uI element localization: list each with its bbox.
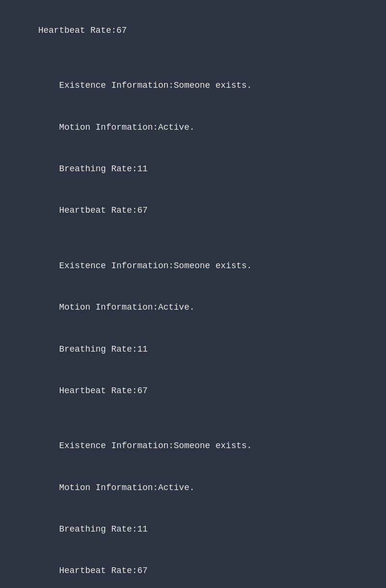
breathing-value-0: 11 [137, 164, 148, 174]
existence-value-1: Someone exists. [174, 261, 252, 271]
heartbeat-label-2: Heartbeat Rate: [59, 566, 137, 575]
blocks-container: Existence Information:Someone exists. Mo… [17, 65, 369, 588]
breathing-label-2: Breathing Rate: [59, 524, 137, 534]
motion-label-1: Motion Information: [59, 302, 158, 312]
heartbeat-line-2: Heartbeat Rate:67 [17, 550, 369, 588]
breathing-value-1: 11 [137, 344, 148, 354]
existence-value-0: Someone exists. [174, 81, 252, 90]
data-block-2: Existence Information:Someone exists. Mo… [17, 425, 369, 588]
heartbeat-line-1: Heartbeat Rate:67 [17, 370, 369, 411]
motion-line-2: Motion Information:Active. [17, 467, 369, 508]
header-heartbeat-line: Heartbeat Rate:67 [17, 10, 369, 51]
motion-value-0: Active. [158, 123, 195, 132]
heartbeat-label-1: Heartbeat Rate: [59, 386, 137, 396]
motion-label-2: Motion Information: [59, 483, 158, 492]
breathing-label-1: Breathing Rate: [59, 344, 137, 354]
existence-line-0: Existence Information:Someone exists. [17, 65, 369, 106]
heartbeat-line-0: Heartbeat Rate:67 [17, 190, 369, 232]
breathing-line-1: Breathing Rate:11 [17, 328, 369, 370]
existence-line-2: Existence Information:Someone exists. [17, 425, 369, 467]
existence-label-1: Existence Information: [59, 261, 174, 271]
existence-label-2: Existence Information: [59, 441, 174, 451]
header-block: Heartbeat Rate:67 [17, 10, 369, 51]
heartbeat-label-0: Heartbeat Rate: [59, 205, 137, 215]
motion-line-0: Motion Information:Active. [17, 107, 369, 148]
header-heartbeat-label: Heartbeat Rate: [38, 26, 116, 35]
header-heartbeat-value: 67 [116, 26, 127, 35]
heartbeat-value-2: 67 [137, 566, 148, 575]
motion-line-1: Motion Information:Active. [17, 287, 369, 328]
heartbeat-value-1: 67 [137, 386, 148, 396]
motion-value-1: Active. [158, 302, 195, 312]
data-block-0: Existence Information:Someone exists. Mo… [17, 65, 369, 232]
motion-label-0: Motion Information: [59, 123, 158, 132]
motion-value-2: Active. [158, 483, 195, 492]
existence-line-1: Existence Information:Someone exists. [17, 245, 369, 287]
breathing-line-2: Breathing Rate:11 [17, 508, 369, 550]
breathing-value-2: 11 [137, 524, 148, 534]
breathing-label-0: Breathing Rate: [59, 164, 137, 174]
existence-value-2: Someone exists. [174, 441, 252, 451]
existence-label-0: Existence Information: [59, 81, 174, 90]
data-block-1: Existence Information:Someone exists. Mo… [17, 245, 369, 412]
heartbeat-value-0: 67 [137, 205, 148, 215]
breathing-line-0: Breathing Rate:11 [17, 148, 369, 190]
